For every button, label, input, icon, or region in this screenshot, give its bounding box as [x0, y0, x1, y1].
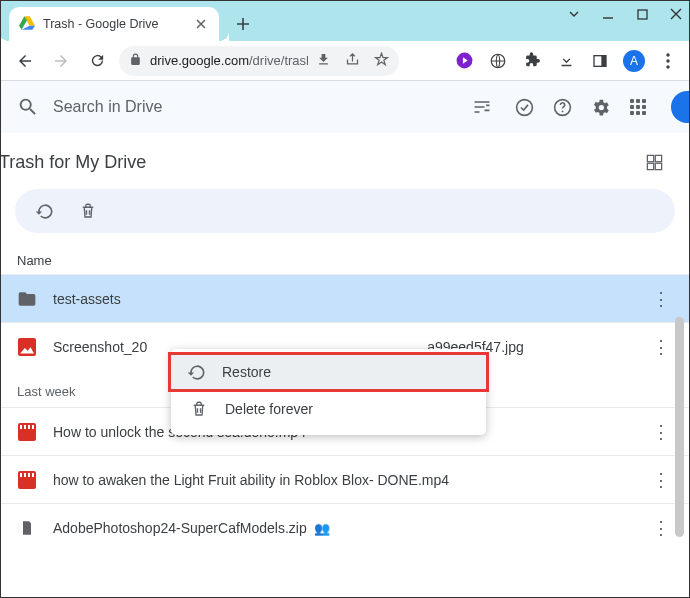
- bookmark-icon[interactable]: [374, 52, 389, 70]
- file-name: AdobePhotoshop24-SuperCafModels.zip 👥: [53, 520, 633, 536]
- main-content: Trash for My Drive Name test-assets ⋮ Sc…: [1, 133, 689, 598]
- close-window-icon[interactable]: [669, 7, 683, 21]
- help-icon[interactable]: [551, 96, 573, 118]
- context-menu: Restore Delete forever: [171, 349, 486, 435]
- url-text: drive.google.com/drive/trash: [150, 53, 308, 68]
- settings-icon[interactable]: [589, 96, 611, 118]
- sidepanel-icon[interactable]: [589, 50, 611, 72]
- lock-icon: [129, 53, 142, 69]
- file-row-video[interactable]: how to awaken the Light Fruit ability in…: [1, 455, 689, 503]
- browser-tab[interactable]: Trash - Google Drive: [9, 7, 219, 41]
- browser-toolbar: drive.google.com/drive/trash A: [1, 41, 689, 81]
- delete-action-icon[interactable]: [77, 200, 99, 222]
- window-controls: [567, 7, 683, 21]
- back-button[interactable]: [11, 47, 39, 75]
- scrollbar-thumb[interactable]: [675, 317, 684, 537]
- scrollbar[interactable]: [673, 317, 686, 579]
- svg-point-5: [666, 53, 669, 56]
- menu-label: Delete forever: [225, 401, 313, 417]
- video-file-icon: [17, 470, 37, 490]
- ready-offline-icon[interactable]: [513, 96, 535, 118]
- svg-rect-4: [601, 55, 606, 66]
- browser-titlebar: Trash - Google Drive: [1, 1, 689, 41]
- more-actions-icon[interactable]: ⋮: [649, 421, 673, 443]
- search-input[interactable]: [53, 98, 471, 116]
- play-extension-icon[interactable]: [453, 50, 475, 72]
- browser-menu-icon[interactable]: [657, 50, 679, 72]
- maximize-icon[interactable]: [635, 7, 649, 21]
- search-icon: [17, 96, 39, 118]
- folder-icon: [17, 289, 37, 309]
- extensions-icon[interactable]: [521, 50, 543, 72]
- svg-rect-14: [655, 163, 661, 169]
- svg-point-10: [561, 110, 563, 112]
- tab-title: Trash - Google Drive: [43, 17, 185, 31]
- svg-rect-11: [647, 155, 653, 161]
- search-bar[interactable]: [17, 96, 471, 118]
- extension-icons: A: [453, 50, 679, 72]
- menu-delete-forever[interactable]: Delete forever: [171, 389, 486, 429]
- archive-file-icon: [17, 518, 37, 538]
- svg-rect-0: [638, 10, 647, 19]
- page-title: Trash for My Drive: [1, 152, 146, 173]
- restore-icon: [186, 362, 206, 382]
- svg-point-7: [666, 65, 669, 68]
- video-file-icon: [17, 422, 37, 442]
- image-file-icon: [17, 337, 37, 357]
- file-name: how to awaken the Light Fruit ability in…: [53, 472, 633, 488]
- search-options-icon[interactable]: [471, 96, 493, 118]
- new-tab-button[interactable]: [229, 10, 257, 38]
- menu-restore[interactable]: Restore: [168, 352, 489, 392]
- restore-action-icon[interactable]: [33, 200, 55, 222]
- apps-icon[interactable]: [627, 96, 649, 118]
- install-app-icon[interactable]: [316, 52, 331, 70]
- minimize-icon[interactable]: [601, 7, 615, 21]
- svg-point-8: [516, 99, 532, 115]
- shared-icon: 👥: [311, 521, 331, 536]
- file-name: test-assets: [53, 291, 633, 307]
- download-icon[interactable]: [555, 50, 577, 72]
- svg-rect-13: [647, 163, 653, 169]
- column-header-name[interactable]: Name: [1, 247, 689, 274]
- layout-toggle-icon[interactable]: [643, 151, 665, 173]
- forward-button[interactable]: [47, 47, 75, 75]
- address-bar[interactable]: drive.google.com/drive/trash: [119, 46, 399, 76]
- close-tab-icon[interactable]: [193, 16, 209, 32]
- svg-rect-12: [655, 155, 661, 161]
- trash-icon: [189, 399, 209, 419]
- share-icon[interactable]: [345, 52, 360, 70]
- trash-actions-bar: [15, 189, 675, 233]
- more-actions-icon[interactable]: ⋮: [649, 336, 673, 358]
- drive-header-icons: [513, 91, 673, 123]
- reload-button[interactable]: [83, 47, 111, 75]
- file-row-folder[interactable]: test-assets ⋮: [1, 274, 689, 322]
- drive-header: [1, 81, 689, 133]
- profile-avatar[interactable]: A: [623, 50, 645, 72]
- account-avatar[interactable]: [671, 91, 689, 123]
- svg-point-6: [666, 59, 669, 62]
- more-actions-icon[interactable]: ⋮: [649, 469, 673, 491]
- drive-logo-icon: [19, 15, 35, 34]
- chevron-down-icon[interactable]: [567, 7, 581, 21]
- globe-extension-icon[interactable]: [487, 50, 509, 72]
- file-row-archive[interactable]: AdobePhotoshop24-SuperCafModels.zip 👥 ⋮: [1, 503, 689, 551]
- more-actions-icon[interactable]: ⋮: [649, 517, 673, 539]
- more-actions-icon[interactable]: ⋮: [649, 288, 673, 310]
- menu-label: Restore: [222, 364, 271, 380]
